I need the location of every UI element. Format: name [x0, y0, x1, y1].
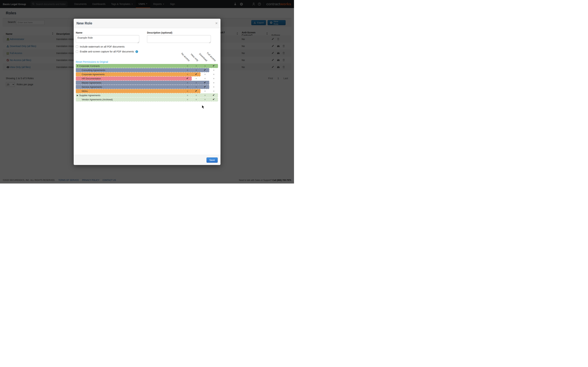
modal-body: Name Description (optional) Include wate… [74, 28, 221, 155]
role-name-input[interactable] [76, 35, 139, 43]
name-label: Name [76, 31, 139, 34]
access-level-header: Download [199, 53, 208, 62]
folder-label: Corporate Agreements [82, 72, 105, 76]
permission-dot[interactable] [187, 91, 188, 92]
description-label: Description (optional) [147, 31, 211, 34]
check-icon[interactable]: ✔ [213, 64, 215, 67]
permission-row: ▶Supplier Agreements✔ [76, 93, 218, 98]
watermark-checkbox-label: Include watermark on all PDF documents [80, 45, 125, 48]
permission-dot[interactable] [204, 91, 206, 92]
expand-arrow-icon[interactable]: ▶ [77, 93, 78, 98]
permission-dot[interactable] [204, 78, 206, 79]
access-level-header: No access [181, 52, 190, 62]
permission-dot[interactable] [213, 91, 214, 92]
permission-dot[interactable] [204, 74, 206, 75]
check-icon[interactable]: ✔ [186, 77, 189, 80]
permission-row: Consulting Agreements✔ [76, 68, 218, 72]
permission-dot[interactable] [187, 99, 188, 100]
folder-label: HR Documentation [82, 76, 101, 81]
permission-dot[interactable] [213, 74, 214, 75]
check-icon[interactable]: ✔ [195, 90, 197, 92]
folder-label: Service Agreements [82, 85, 102, 89]
permission-row: Master Agreements✔ [76, 81, 218, 85]
permission-dot[interactable] [187, 95, 188, 96]
folder-label: Vendor Agreements (Archived) [82, 98, 113, 102]
folder-label: Corporate Contracts [79, 64, 100, 68]
close-icon[interactable]: ✕ [215, 22, 218, 25]
check-icon[interactable]: ✔ [204, 85, 206, 88]
reset-permissions-link[interactable]: Reset Permissions to Original [76, 60, 108, 63]
permission-dot[interactable] [187, 86, 188, 88]
modal-header: New Role ✕ [74, 19, 221, 28]
permission-dot[interactable] [213, 78, 214, 79]
permission-dot[interactable] [187, 82, 188, 83]
permission-dot[interactable] [204, 99, 206, 100]
permissions-matrix: No accessView onlyDownloadFull access▼Co… [76, 64, 218, 102]
permission-dot[interactable] [213, 70, 214, 71]
permission-dot[interactable] [196, 86, 197, 88]
permission-bar [76, 89, 201, 93]
check-icon[interactable]: ✔ [195, 73, 197, 75]
anti-screen-checkbox-label: Enable anti-screen capture for all PDF d… [80, 50, 134, 53]
permission-row: Vendor Agreements (Archived)✔ [76, 98, 218, 102]
permission-dot[interactable] [196, 95, 197, 96]
permission-dot[interactable] [196, 82, 197, 83]
anti-screen-checkbox[interactable] [76, 50, 78, 53]
permission-dot[interactable] [196, 70, 197, 71]
check-icon[interactable]: ✔ [213, 94, 215, 96]
permission-dot[interactable] [196, 78, 197, 79]
permission-row: NDAs✔ [76, 89, 218, 93]
role-description-input[interactable] [147, 35, 211, 43]
info-icon[interactable]: i [135, 50, 138, 53]
permission-dot[interactable] [187, 70, 188, 71]
folder-label: Supplier Agreements [79, 93, 100, 98]
modal-footer: Save [74, 155, 221, 165]
check-icon[interactable]: ✔ [213, 98, 215, 101]
modal-title: New Role [77, 21, 92, 25]
permission-dot[interactable] [204, 65, 206, 67]
folder-label: NDAs [82, 89, 88, 93]
check-icon[interactable]: ✔ [204, 68, 206, 71]
watermark-checkbox[interactable] [76, 45, 78, 48]
permission-dot[interactable] [196, 65, 197, 67]
new-role-modal: New Role ✕ Name Description (optional) I… [74, 19, 221, 165]
folder-label: Master Agreements [82, 81, 102, 85]
permission-row: ▼Corporate Contracts✔ [76, 64, 218, 68]
folder-label: Consulting Agreements [82, 68, 105, 72]
save-button[interactable]: Save [207, 158, 218, 163]
permission-dot[interactable] [204, 95, 206, 96]
access-level-header: View only [190, 53, 199, 62]
permission-dot[interactable] [196, 99, 197, 100]
permission-row: HR Documentation✔ [76, 76, 218, 81]
permission-dot[interactable] [213, 86, 214, 88]
permission-dot[interactable] [187, 74, 188, 75]
permission-row: Service Agreements✔ [76, 85, 218, 89]
check-icon[interactable]: ✔ [204, 81, 206, 84]
permission-dot[interactable] [213, 82, 214, 83]
permission-row: Corporate Agreements✔ [76, 72, 218, 76]
permission-dot[interactable] [187, 65, 188, 67]
collapse-arrow-icon[interactable]: ▼ [77, 64, 78, 68]
